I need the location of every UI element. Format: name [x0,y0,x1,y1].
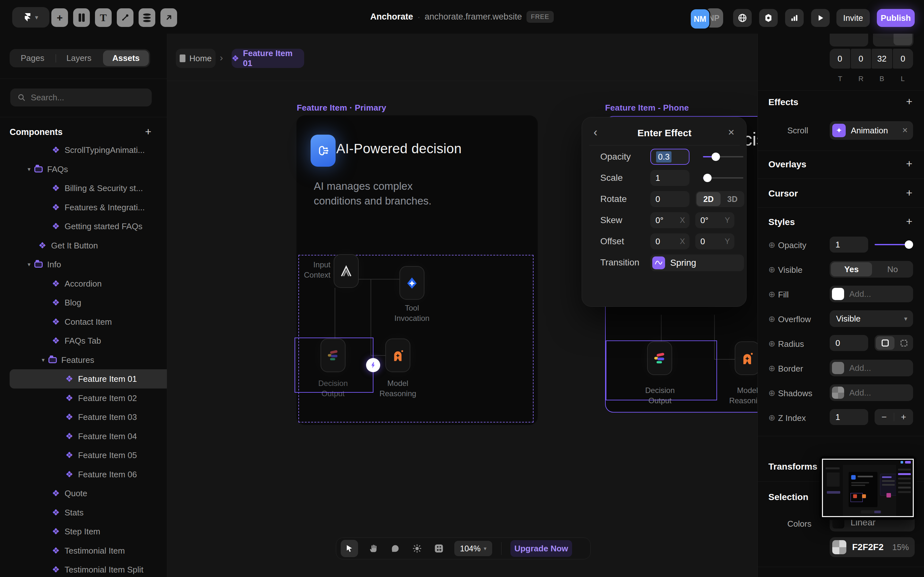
scale-input[interactable]: 1 [650,170,690,186]
padding-right-input[interactable]: 0 [851,49,871,69]
canvas-preview-thumbnail[interactable] [819,456,917,520]
frame-label-phone[interactable]: Feature Item - Phone [605,103,689,113]
style-opacity-knob[interactable] [905,240,913,249]
radius-input[interactable]: 0 [830,335,868,351]
plus-circle-icon[interactable]: ⊕ [768,240,775,250]
chevron-down-icon[interactable]: ▾ [27,166,31,173]
sidebar-folder-info[interactable]: ▾Info [0,255,167,274]
frame-label-primary[interactable]: Feature Item · Primary [297,103,386,113]
sidebar-item-feature-item-04[interactable]: ❖Feature Item 04 [0,427,167,446]
rotate-2d-segment[interactable]: 2D [696,192,720,206]
transition-picker[interactable]: Spring [650,255,744,271]
radius-uniform-segment[interactable] [876,336,895,350]
insert-button[interactable]: + [51,8,68,27]
framer-menu-button[interactable]: ▾ [12,7,49,27]
zindex-increment[interactable]: + [894,412,913,422]
radius-individual-segment[interactable] [895,340,913,347]
chevron-down-icon[interactable]: ▾ [42,356,45,364]
cms-button[interactable] [139,8,155,27]
zindex-input[interactable]: 1 [830,409,868,425]
vector-tool-button[interactable] [117,8,134,27]
fill-add-chip[interactable]: Add... [830,285,913,302]
select-tool-button[interactable] [341,540,358,557]
tab-layers[interactable]: Layers [56,53,102,63]
skew-x-input[interactable]: 0°X [650,212,690,228]
sidebar-item-billing-security[interactable]: ❖Billing & Security st... [0,179,167,198]
sidebar-item-accordion[interactable]: ❖Accordion [0,274,167,293]
comment-tool-button[interactable] [389,544,402,553]
sidebar-item-feature-item-05[interactable]: ❖Feature Item 05 [0,446,167,465]
sidebar-item-testimonial-item-split[interactable]: ❖Testimonial Item Split [0,560,167,577]
skew-y-input[interactable]: 0°Y [695,212,734,228]
hand-tool-button[interactable] [367,544,380,553]
padding-bottom-input[interactable]: 32 [872,49,892,69]
export-button[interactable] [160,8,177,27]
sidebar-item-scrolltypinganimation[interactable]: ❖ScrollTypingAnimati... [0,140,167,160]
sidebar-item-getting-started-faqs[interactable]: ❖Getting started FAQs [0,217,167,236]
rotate-3d-segment[interactable]: 3D [720,195,745,204]
plus-circle-icon[interactable]: ⊕ [768,314,775,324]
sidebar-item-feature-item-03[interactable]: ❖Feature Item 03 [0,408,167,427]
plugins-button[interactable] [759,9,778,27]
color-f2f2f2-chip[interactable]: F2F2F2 15% [830,537,915,557]
clipped-field-left[interactable] [830,34,868,47]
publish-button[interactable]: Publish [877,9,915,27]
opacity-slider[interactable] [703,156,743,157]
breadcrumb-home[interactable]: Home [176,49,216,68]
clipped-field-right[interactable] [873,34,913,47]
scale-slider-knob[interactable] [703,174,712,182]
rotate-input[interactable]: 0 [650,191,690,207]
phone-node-model-reasoning[interactable] [735,342,758,375]
frame-primary-card[interactable]: AI-Powered decision AI manages complex c… [296,115,538,425]
opacity-input[interactable]: 0.3 [650,149,690,165]
plus-circle-icon[interactable]: ⊕ [768,364,775,374]
overflow-dropdown[interactable]: Visible ▾ [830,310,913,327]
add-cursor-button[interactable]: + [906,187,913,199]
sidebar-item-feature-item-06[interactable]: ❖Feature Item 06 [0,465,167,484]
insert-component-button[interactable] [433,544,445,553]
scroll-animation-chip[interactable]: ✦ Animation ✕ [830,121,913,140]
plus-circle-icon[interactable]: ⊕ [768,339,775,349]
node-input-context[interactable] [334,254,359,288]
offset-x-input[interactable]: 0X [650,234,690,250]
style-opacity-input[interactable]: 1 [830,237,868,253]
text-tool-button[interactable]: T [95,8,111,27]
preview-button[interactable] [811,9,830,27]
add-component-button[interactable]: + [145,125,152,138]
sidebar-item-feature-item-02[interactable]: ❖Feature Item 02 [0,388,167,408]
chevron-down-icon[interactable]: ▾ [27,261,31,268]
breadcrumb-current[interactable]: ❖ Feature Item 01 [232,49,304,68]
zindex-decrement[interactable]: − [875,412,894,422]
node-tool-invocation[interactable] [399,266,425,300]
sidebar-item-stats[interactable]: ❖Stats [0,503,167,522]
tab-pages[interactable]: Pages [10,53,55,63]
shadows-add-chip[interactable]: Add... [830,384,913,401]
node-model-reasoning[interactable] [385,338,410,372]
plus-circle-icon[interactable]: ⊕ [768,413,775,423]
effect-badge[interactable] [366,358,380,372]
add-effect-button[interactable]: + [906,95,913,108]
close-icon[interactable]: ✕ [728,127,735,137]
canvas[interactable]: Home › ❖ Feature Item 01 Feature Item · … [167,34,758,577]
offset-y-input[interactable]: 0Y [695,234,734,250]
layout-button[interactable] [73,8,90,27]
search-input[interactable]: Search... [10,89,152,106]
visible-yes-segment[interactable]: Yes [831,262,872,276]
add-overlay-button[interactable]: + [906,157,913,170]
padding-top-input[interactable]: 0 [830,49,850,69]
opacity-slider-knob[interactable] [712,153,720,161]
sidebar-folder-faqs[interactable]: ▾FAQs [0,160,167,179]
theme-toggle-button[interactable] [411,544,423,553]
visible-no-segment[interactable]: No [872,264,913,274]
remove-animation-icon[interactable]: ✕ [902,126,908,135]
border-add-chip[interactable]: Add... [830,359,913,376]
sidebar-folder-features[interactable]: ▾Features [0,350,167,370]
globe-button[interactable] [733,9,752,27]
add-style-button[interactable]: + [906,215,913,227]
upgrade-now-button[interactable]: Upgrade Now [510,540,572,557]
sidebar-item-contact-item[interactable]: ❖Contact Item [0,312,167,332]
phone-node-decision-output[interactable] [647,342,672,375]
sidebar-item-step-item[interactable]: ❖Step Item [0,522,167,541]
zoom-level-dropdown[interactable]: 104% ▾ [454,541,492,556]
sidebar-item-testimonial-item[interactable]: ❖Testimonial Item [0,541,167,560]
